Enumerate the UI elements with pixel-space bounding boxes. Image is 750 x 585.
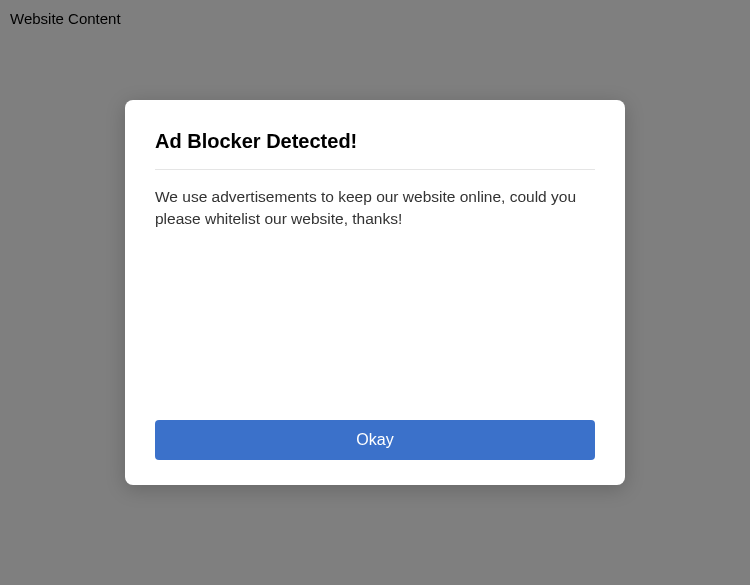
modal-footer: Okay: [155, 420, 595, 460]
adblock-modal: Ad Blocker Detected! We use advertisemen…: [125, 100, 625, 485]
okay-button[interactable]: Okay: [155, 420, 595, 460]
modal-title: Ad Blocker Detected!: [155, 130, 595, 170]
modal-message: We use advertisements to keep our websit…: [155, 170, 595, 400]
modal-overlay: Ad Blocker Detected! We use advertisemen…: [0, 0, 750, 585]
